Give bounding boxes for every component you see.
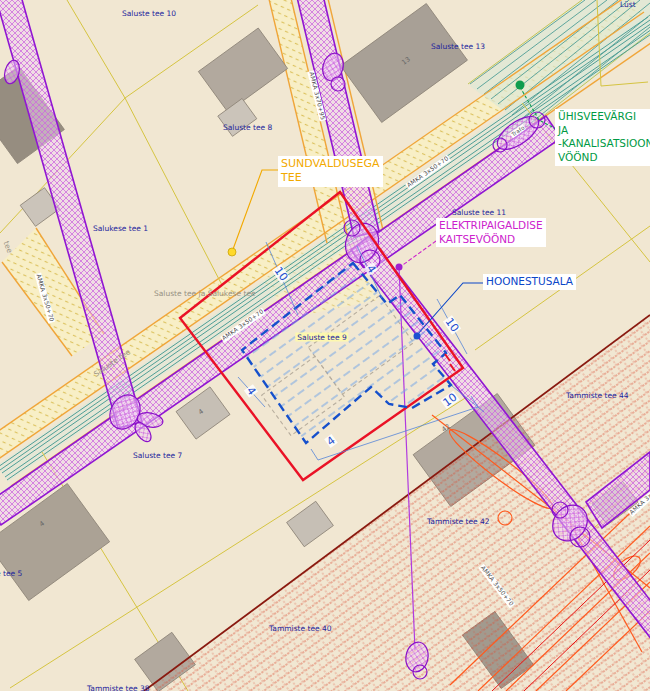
callout-elekter-line2: KAITSEVÖÖND bbox=[439, 233, 543, 247]
parcel-label-saluste-5: Saluste tee 5 bbox=[0, 569, 22, 578]
callout-veevark-line2: JA bbox=[558, 124, 650, 138]
callout-hoonestusala-label: HOONESTUSALA bbox=[486, 275, 573, 289]
parcel-label-tammiste-40: Tammiste tee 40 bbox=[269, 624, 332, 633]
callout-sundvaldusega-line2: TEE bbox=[281, 171, 380, 185]
parcel-label-saluste-7: Saluste tee 7 bbox=[133, 451, 182, 460]
parcel-label-saluste-10: Saluste tee 10 bbox=[122, 9, 176, 18]
callout-veevark-line4: VÖÖND bbox=[558, 151, 650, 165]
callout-veevark-line3: -KANALISATSIOONI bbox=[558, 137, 650, 151]
callout-sundvaldusega-line1: SUNDVALDUSEGA bbox=[281, 157, 380, 171]
callout-hoonestusala: HOONESTUSALA bbox=[483, 274, 576, 290]
callout-sundvaldusega-tee: SUNDVALDUSEGA TEE bbox=[278, 156, 383, 187]
parcel-label-saluste-11: Saluste tee 11 bbox=[452, 208, 506, 217]
road-leader-dot bbox=[228, 248, 236, 256]
parcel-label-tammiste-42: Tammiste tee 42 bbox=[427, 517, 490, 526]
parcel-label-tammiste-44: Tammiste tee 44 bbox=[566, 391, 629, 400]
map-canvas[interactable]: Saluste tee 10 Saluste tee 13 Saluste te… bbox=[0, 0, 650, 691]
parcel-label-saluste-13: Saluste tee 13 bbox=[431, 42, 485, 51]
callout-elekter-line1: ELEKTRIPAIGALDISE bbox=[439, 219, 543, 233]
callout-elektripaigaldise: ELEKTRIPAIGALDISE KAITSEVÖÖND bbox=[436, 218, 546, 247]
road-name-main: Saluste tee ja Salukese tee bbox=[154, 289, 256, 298]
callout-veevark-line1: ÜHISVEEVÄRGI bbox=[558, 110, 650, 124]
water-leader-dot bbox=[516, 81, 525, 90]
parcel-label-tammiste-38: Tammiste tee 38 bbox=[87, 684, 150, 691]
parcel-label-saluste-8: Saluste tee 8 bbox=[223, 123, 272, 132]
parcel-label-partial-top-right: Lüst bbox=[620, 0, 636, 9]
parcel-label-saluste-9: Saluste tee 9 bbox=[295, 333, 348, 342]
parcel-label-salukese-1: Salukese tee 1 bbox=[93, 224, 148, 233]
electric-leader-dot bbox=[396, 264, 403, 271]
map-graphics bbox=[0, 0, 650, 691]
callout-veevark: ÜHISVEEVÄRGI JA -KANALISATSIOONI VÖÖND bbox=[555, 109, 650, 166]
hoonestusala-leader-dot bbox=[414, 333, 421, 340]
